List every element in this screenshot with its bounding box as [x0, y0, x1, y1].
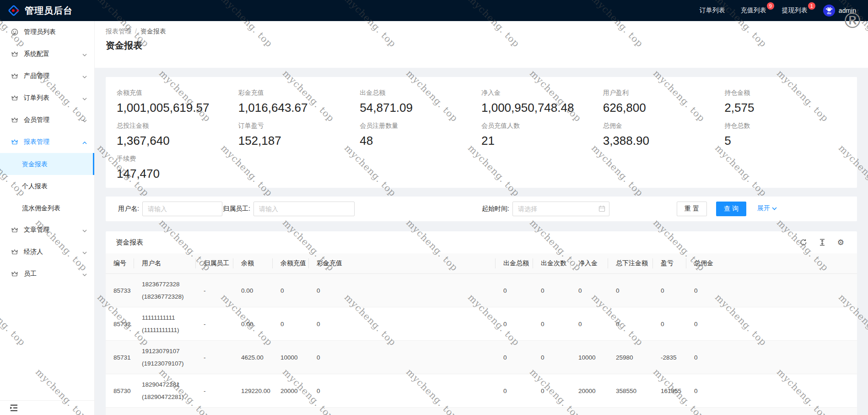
crown-icon — [11, 94, 18, 102]
sidebar-item-label: 管理员列表 — [24, 28, 87, 36]
cell: 161855 — [653, 374, 686, 408]
nav-item-label: 订单列表 — [700, 6, 725, 14]
cell: 129220.00 — [233, 374, 273, 408]
start-time-input[interactable] — [512, 202, 609, 216]
stats-card: 余额充值1,001,005,619.57总投注金额1,367,640手续费147… — [106, 77, 857, 188]
report-table: 编号用户名归属员工余额余额充值彩金充值出金总额出金次数净入金总下注金额盈亏总佣金… — [106, 253, 857, 415]
stat-label: 彩金充值 — [238, 89, 360, 97]
expand-link[interactable]: 展开 — [757, 204, 777, 213]
avatar[interactable]: du — [823, 5, 835, 16]
username-input[interactable] — [142, 202, 222, 216]
stat-value: 48 — [360, 134, 481, 148]
column-header-余额[interactable]: 余额 — [233, 253, 273, 274]
staff-input[interactable] — [253, 202, 355, 216]
cell: 25980 — [608, 341, 653, 374]
collapse-sidebar-icon[interactable] — [10, 404, 18, 411]
report-table-card: 资金报表 ⚙ 编号用户名归 — [106, 231, 857, 415]
table-row[interactable]: 8573018290472281(18290472281)-129220.002… — [106, 374, 857, 408]
cell: 0 — [686, 274, 857, 307]
column-header-彩金充值[interactable]: 彩金充值 — [309, 253, 496, 274]
table-row[interactable]: 8573119123079107(19123079107)-4625.00100… — [106, 341, 857, 374]
smile-icon — [11, 28, 18, 36]
breadcrumb-item-current: 资金报表 — [140, 27, 166, 35]
search-button[interactable]: 查询 — [716, 202, 746, 216]
cell: 0 — [309, 274, 496, 307]
stat-column: 彩金充值1,016,643.67订单盈亏152,187 — [238, 89, 360, 176]
table-row[interactable]: 8573318236772328(18236772328)-0.00000000… — [106, 274, 857, 307]
notification-badge: 1 — [808, 2, 815, 10]
nav-item-label: 充值列表 — [741, 6, 766, 14]
column-height-icon[interactable] — [819, 239, 826, 246]
stat-value: 1,000,950,748.48 — [481, 101, 603, 115]
cell: 10000 — [571, 341, 608, 374]
nav-item-label: 提现列表 — [782, 6, 808, 14]
stat-label: 会员充值人数 — [481, 122, 603, 130]
sidebar-item-产品管理[interactable]: 产品管理 — [0, 65, 94, 87]
sidebar-item-报表管理[interactable]: 报表管理 — [0, 131, 94, 153]
cell: 10000 — [273, 341, 309, 374]
chevron-down-icon — [82, 248, 87, 256]
table-row[interactable]: 8573211111111111(11111111111)-0.00000000… — [106, 307, 857, 341]
sidebar-item-订单列表[interactable]: 订单列表 — [0, 87, 94, 109]
sidebar-item-文章管理[interactable]: 文章管理 — [0, 219, 94, 241]
cell: 0 — [608, 274, 653, 307]
cell: 0 — [571, 274, 608, 307]
column-header-编号[interactable]: 编号 — [106, 253, 134, 274]
settings-icon[interactable]: ⚙ — [837, 239, 844, 246]
stat-column: 持仓金额2,575持仓总数5 — [724, 89, 846, 176]
column-header-总下注金额[interactable]: 总下注金额 — [608, 253, 653, 274]
sidebar-subitem-个人报表[interactable]: 个人报表 — [0, 175, 94, 197]
chevron-up-icon — [82, 138, 87, 146]
crown-icon — [11, 270, 18, 278]
chevron-down-icon — [82, 226, 87, 234]
cell: - — [196, 274, 233, 307]
sidebar-item-员工[interactable]: 员工 — [0, 263, 94, 285]
column-header-余额充值[interactable]: 余额充值 — [273, 253, 309, 274]
sidebar-item-管理员列表[interactable]: 管理员列表 — [0, 21, 94, 43]
crown-icon — [11, 116, 18, 124]
breadcrumb-item-reports[interactable]: 报表管理 — [106, 27, 131, 35]
stat-label: 持仓总数 — [724, 122, 846, 130]
page-title: 资金报表 — [106, 39, 142, 52]
table-title: 资金报表 — [116, 238, 143, 247]
column-header-用户名[interactable]: 用户名 — [134, 253, 196, 274]
table-row[interactable]: 19122734740 — [106, 408, 857, 415]
column-header-归属员工[interactable]: 归属员工 — [196, 253, 233, 274]
cell-id: 85732 — [106, 307, 134, 341]
cell-id: 85733 — [106, 274, 134, 307]
cell: 0 — [496, 341, 533, 374]
cell-username: 11111111111(11111111111) — [134, 307, 196, 341]
reset-button[interactable]: 重置 — [677, 202, 707, 216]
sidebar-item-系统配置[interactable]: 系统配置 — [0, 43, 94, 65]
sidebar: 管理员列表系统配置产品管理订单列表会员管理报表管理资金报表个人报表流水佣金列表文… — [0, 21, 95, 415]
crown-icon — [11, 50, 18, 58]
stat-label: 订单盈亏 — [238, 122, 360, 130]
stat-label: 出金总额 — [360, 89, 481, 97]
sidebar-subitem-流水佣金列表[interactable]: 流水佣金列表 — [0, 197, 94, 219]
cell: 0 — [309, 341, 496, 374]
column-header-出金次数[interactable]: 出金次数 — [533, 253, 571, 274]
cell: -2835 — [653, 341, 686, 374]
stat-label: 净入金 — [481, 89, 603, 97]
column-header-出金总额[interactable]: 出金总额 — [496, 253, 533, 274]
cell: - — [196, 307, 233, 341]
cell — [496, 408, 533, 415]
nav-item-充值列表[interactable]: 充值列表9 — [741, 6, 766, 15]
sidebar-subitem-资金报表[interactable]: 资金报表 — [0, 153, 94, 175]
nav-item-订单列表[interactable]: 订单列表 — [700, 6, 725, 15]
sidebar-item-经济人[interactable]: 经济人 — [0, 241, 94, 263]
cell — [686, 408, 857, 415]
column-header-盈亏[interactable]: 盈亏 — [653, 253, 686, 274]
cell: 358550 — [608, 374, 653, 408]
cell: 0 — [533, 307, 571, 341]
cell: 0 — [496, 307, 533, 341]
cell: 0.00 — [233, 274, 273, 307]
refresh-icon[interactable] — [800, 239, 807, 246]
sidebar-item-label: 报表管理 — [24, 138, 82, 146]
nav-item-提现列表[interactable]: 提现列表1 — [782, 6, 808, 15]
sidebar-item-会员管理[interactable]: 会员管理 — [0, 109, 94, 131]
cell: 0 — [533, 341, 571, 374]
start-time-filter-label: 起始时间: — [482, 205, 509, 213]
column-header-净入金[interactable]: 净入金 — [571, 253, 608, 274]
column-header-总佣金[interactable]: 总佣金 — [686, 253, 857, 274]
